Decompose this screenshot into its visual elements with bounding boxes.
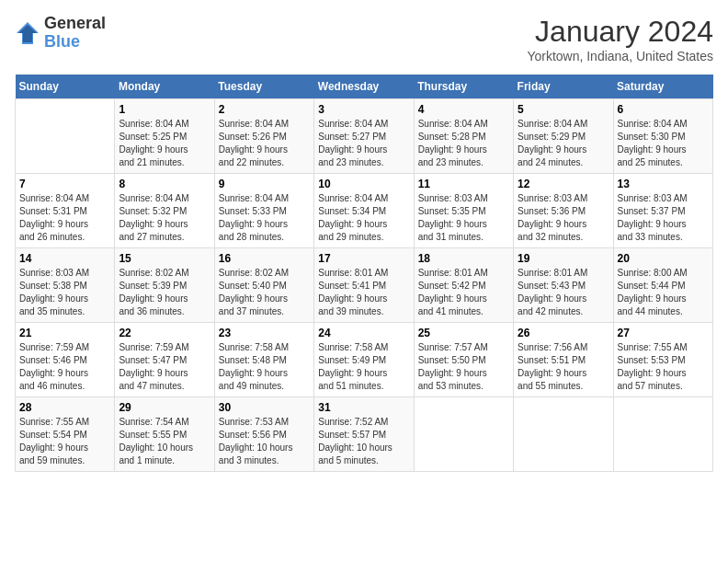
day-info: Sunrise: 7:52 AM Sunset: 5:57 PM Dayligh… (318, 416, 409, 467)
calendar-day-cell: 10Sunrise: 8:04 AM Sunset: 5:34 PM Dayli… (314, 174, 414, 248)
calendar-day-cell: 19Sunrise: 8:01 AM Sunset: 5:43 PM Dayli… (514, 248, 613, 323)
day-info: Sunrise: 7:53 AM Sunset: 5:56 PM Dayligh… (219, 416, 310, 467)
page-title: January 2024 (527, 15, 713, 49)
calendar-day-cell: 4Sunrise: 8:04 AM Sunset: 5:28 PM Daylig… (414, 99, 513, 174)
day-number: 3 (318, 103, 409, 116)
day-info: Sunrise: 8:02 AM Sunset: 5:40 PM Dayligh… (219, 267, 310, 318)
day-info: Sunrise: 8:04 AM Sunset: 5:33 PM Dayligh… (219, 192, 310, 244)
day-number: 16 (219, 252, 310, 265)
day-info: Sunrise: 8:01 AM Sunset: 5:42 PM Dayligh… (418, 267, 509, 318)
logo-text: General Blue (44, 15, 106, 52)
calendar-week-row: 1Sunrise: 8:04 AM Sunset: 5:25 PM Daylig… (16, 99, 713, 174)
day-number: 13 (618, 178, 709, 190)
calendar-day-cell: 6Sunrise: 8:04 AM Sunset: 5:30 PM Daylig… (613, 99, 712, 174)
day-info: Sunrise: 7:54 AM Sunset: 5:55 PM Dayligh… (119, 416, 210, 467)
day-number: 11 (418, 178, 509, 190)
day-number: 7 (19, 178, 110, 190)
day-number: 12 (518, 178, 609, 190)
day-info: Sunrise: 8:00 AM Sunset: 5:44 PM Dayligh… (618, 267, 709, 318)
calendar-day-cell: 24Sunrise: 7:58 AM Sunset: 5:49 PM Dayli… (314, 323, 414, 397)
calendar-day-cell: 13Sunrise: 8:03 AM Sunset: 5:37 PM Dayli… (613, 174, 712, 248)
day-number: 5 (518, 103, 609, 116)
day-info: Sunrise: 8:04 AM Sunset: 5:30 PM Dayligh… (618, 118, 709, 169)
day-info: Sunrise: 8:04 AM Sunset: 5:32 PM Dayligh… (119, 192, 210, 244)
day-info: Sunrise: 8:03 AM Sunset: 5:37 PM Dayligh… (618, 192, 709, 244)
calendar-day-cell: 23Sunrise: 7:58 AM Sunset: 5:48 PM Dayli… (214, 323, 313, 397)
day-info: Sunrise: 7:59 AM Sunset: 5:47 PM Dayligh… (119, 341, 210, 393)
day-info: Sunrise: 7:59 AM Sunset: 5:46 PM Dayligh… (19, 341, 110, 393)
calendar-day-cell: 2Sunrise: 8:04 AM Sunset: 5:26 PM Daylig… (214, 99, 313, 174)
calendar-day-cell: 17Sunrise: 8:01 AM Sunset: 5:41 PM Dayli… (314, 248, 414, 323)
day-info: Sunrise: 8:04 AM Sunset: 5:27 PM Dayligh… (318, 118, 409, 169)
calendar-header-cell: Tuesday (214, 75, 313, 99)
calendar-header-row: SundayMondayTuesdayWednesdayThursdayFrid… (16, 75, 713, 99)
calendar-day-cell: 18Sunrise: 8:01 AM Sunset: 5:42 PM Dayli… (414, 248, 513, 323)
calendar-day-cell: 12Sunrise: 8:03 AM Sunset: 5:36 PM Dayli… (514, 174, 613, 248)
title-area: January 2024 Yorktown, Indiana, United S… (527, 15, 713, 63)
day-number: 19 (518, 252, 609, 265)
calendar-header-cell: Saturday (613, 75, 712, 99)
calendar-week-row: 28Sunrise: 7:55 AM Sunset: 5:54 PM Dayli… (16, 397, 713, 472)
day-number: 15 (119, 252, 210, 265)
day-info: Sunrise: 7:58 AM Sunset: 5:49 PM Dayligh… (318, 341, 409, 393)
calendar-day-cell: 27Sunrise: 7:55 AM Sunset: 5:53 PM Dayli… (613, 323, 712, 397)
day-number: 20 (618, 252, 709, 265)
calendar-day-cell (16, 99, 115, 174)
calendar-header-cell: Monday (115, 75, 214, 99)
day-info: Sunrise: 8:04 AM Sunset: 5:31 PM Dayligh… (19, 192, 110, 244)
day-number: 26 (518, 327, 609, 339)
day-info: Sunrise: 8:04 AM Sunset: 5:29 PM Dayligh… (518, 118, 609, 169)
day-info: Sunrise: 8:03 AM Sunset: 5:38 PM Dayligh… (19, 267, 110, 318)
calendar-day-cell: 20Sunrise: 8:00 AM Sunset: 5:44 PM Dayli… (613, 248, 712, 323)
calendar-day-cell (414, 397, 513, 472)
day-info: Sunrise: 8:03 AM Sunset: 5:36 PM Dayligh… (518, 192, 609, 244)
calendar-day-cell: 30Sunrise: 7:53 AM Sunset: 5:56 PM Dayli… (214, 397, 313, 472)
day-number: 29 (119, 401, 210, 414)
calendar-day-cell: 5Sunrise: 8:04 AM Sunset: 5:29 PM Daylig… (514, 99, 613, 174)
calendar-header-cell: Friday (514, 75, 613, 99)
day-info: Sunrise: 7:55 AM Sunset: 5:54 PM Dayligh… (19, 416, 110, 467)
day-number: 22 (119, 327, 210, 339)
calendar-day-cell (514, 397, 613, 472)
day-info: Sunrise: 8:01 AM Sunset: 5:43 PM Dayligh… (518, 267, 609, 318)
page-subtitle: Yorktown, Indiana, United States (527, 49, 713, 63)
calendar-day-cell: 26Sunrise: 7:56 AM Sunset: 5:51 PM Dayli… (514, 323, 613, 397)
day-info: Sunrise: 7:56 AM Sunset: 5:51 PM Dayligh… (518, 341, 609, 393)
day-number: 30 (219, 401, 310, 414)
day-number: 21 (19, 327, 110, 339)
calendar-day-cell: 21Sunrise: 7:59 AM Sunset: 5:46 PM Dayli… (16, 323, 115, 397)
calendar-header-cell: Thursday (414, 75, 513, 99)
calendar-day-cell: 15Sunrise: 8:02 AM Sunset: 5:39 PM Dayli… (115, 248, 214, 323)
day-number: 25 (418, 327, 509, 339)
calendar-day-cell (613, 397, 712, 472)
day-number: 1 (119, 103, 210, 116)
day-number: 18 (418, 252, 509, 265)
day-info: Sunrise: 7:57 AM Sunset: 5:50 PM Dayligh… (418, 341, 509, 393)
calendar-day-cell: 3Sunrise: 8:04 AM Sunset: 5:27 PM Daylig… (314, 99, 414, 174)
day-number: 9 (219, 178, 310, 190)
header: General Blue January 2024 Yorktown, Indi… (15, 15, 713, 63)
calendar-week-row: 14Sunrise: 8:03 AM Sunset: 5:38 PM Dayli… (16, 248, 713, 323)
calendar-day-cell: 1Sunrise: 8:04 AM Sunset: 5:25 PM Daylig… (115, 99, 214, 174)
calendar-day-cell: 28Sunrise: 7:55 AM Sunset: 5:54 PM Dayli… (16, 397, 115, 472)
logo-icon (15, 20, 40, 46)
day-number: 31 (318, 401, 409, 414)
calendar-day-cell: 9Sunrise: 8:04 AM Sunset: 5:33 PM Daylig… (214, 174, 313, 248)
day-number: 24 (318, 327, 409, 339)
day-number: 4 (418, 103, 509, 116)
day-info: Sunrise: 8:01 AM Sunset: 5:41 PM Dayligh… (318, 267, 409, 318)
day-info: Sunrise: 8:04 AM Sunset: 5:25 PM Dayligh… (119, 118, 210, 169)
day-info: Sunrise: 7:58 AM Sunset: 5:48 PM Dayligh… (219, 341, 310, 393)
calendar-day-cell: 16Sunrise: 8:02 AM Sunset: 5:40 PM Dayli… (214, 248, 313, 323)
day-info: Sunrise: 8:04 AM Sunset: 5:26 PM Dayligh… (219, 118, 310, 169)
day-number: 27 (618, 327, 709, 339)
calendar-week-row: 21Sunrise: 7:59 AM Sunset: 5:46 PM Dayli… (16, 323, 713, 397)
day-number: 14 (19, 252, 110, 265)
day-number: 6 (618, 103, 709, 116)
calendar-day-cell: 25Sunrise: 7:57 AM Sunset: 5:50 PM Dayli… (414, 323, 513, 397)
calendar-day-cell: 14Sunrise: 8:03 AM Sunset: 5:38 PM Dayli… (16, 248, 115, 323)
day-number: 8 (119, 178, 210, 190)
calendar-header-cell: Wednesday (314, 75, 414, 99)
logo: General Blue (15, 15, 106, 52)
day-info: Sunrise: 8:04 AM Sunset: 5:28 PM Dayligh… (418, 118, 509, 169)
